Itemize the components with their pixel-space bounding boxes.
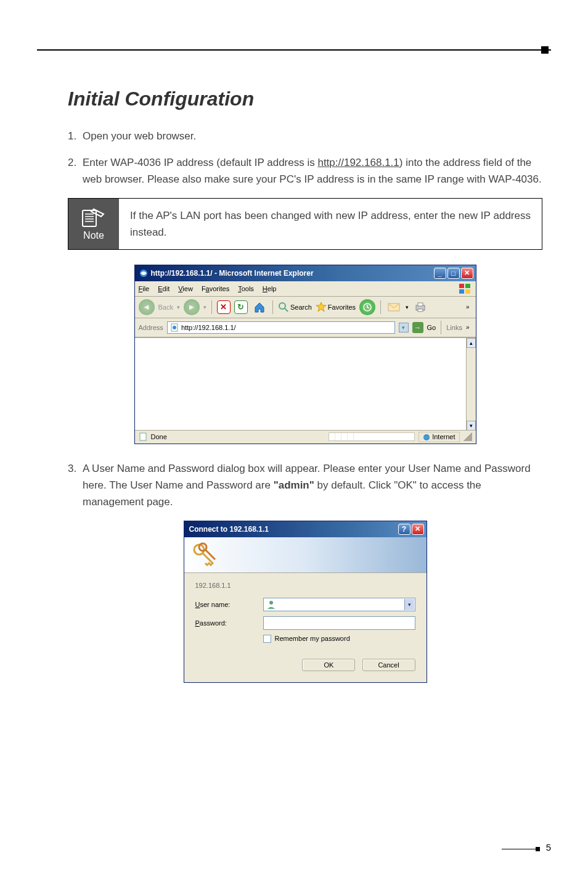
user-icon — [266, 600, 276, 609]
back-label: Back — [158, 303, 173, 311]
remember-checkbox[interactable]: Remember my password — [263, 635, 415, 643]
forward-dropdown[interactable]: ▾ — [203, 304, 206, 310]
dialog-help-button[interactable]: ? — [398, 524, 410, 535]
step-3-num: 3. — [68, 460, 76, 477]
menu-help[interactable]: Help — [263, 285, 277, 292]
minimize-button[interactable]: _ — [434, 268, 446, 279]
back-button[interactable]: ◄ — [139, 299, 155, 315]
internet-zone-icon — [423, 434, 430, 441]
auth-banner — [184, 537, 427, 573]
step-1: 1. Open your web browser. — [68, 128, 542, 144]
step-1-text: Open your web browser. — [83, 130, 196, 142]
favorites-button[interactable]: Favorites — [316, 302, 356, 313]
page-heading: Initial Configuration — [68, 88, 542, 110]
resize-grip[interactable] — [463, 432, 472, 441]
svg-rect-15 — [418, 303, 423, 306]
maximize-button[interactable]: □ — [447, 268, 460, 279]
step-3: 3. A User Name and Password dialog box w… — [68, 460, 542, 511]
go-button[interactable]: → — [412, 322, 423, 333]
username-field[interactable]: ▾ — [263, 598, 415, 611]
links-overflow[interactable]: » — [466, 324, 472, 331]
refresh-button[interactable]: ↻ — [234, 300, 248, 314]
username-dropdown[interactable]: ▾ — [404, 599, 414, 610]
ie-toolbar: ◄ Back ▾ ► ▾ ✕ ↻ Search Favorites — [135, 297, 476, 318]
svg-point-23 — [269, 601, 273, 605]
ie-app-icon — [139, 268, 149, 278]
page-number: 5 — [546, 842, 551, 852]
svg-rect-7 — [465, 284, 470, 288]
auth-titlebar[interactable]: Connect to 192.168.1.1 ? ✕ — [184, 521, 427, 537]
ie-window: http://192.168.1.1/ - Microsoft Internet… — [134, 265, 476, 444]
search-button[interactable]: Search — [278, 302, 312, 313]
toolbar-overflow[interactable]: » — [466, 303, 472, 310]
back-dropdown[interactable]: ▾ — [177, 304, 180, 310]
dialog-close-button[interactable]: ✕ — [412, 524, 424, 535]
close-button[interactable]: ✕ — [461, 268, 473, 279]
address-label: Address — [139, 324, 163, 331]
search-label: Search — [290, 303, 312, 311]
ie-menubar: File Edit View Favorites Tools Help — [135, 281, 476, 297]
ok-button[interactable]: OK — [302, 659, 355, 671]
svg-rect-16 — [418, 309, 423, 312]
status-done: Done — [151, 433, 167, 440]
svg-rect-8 — [459, 289, 464, 294]
note-icon — [81, 207, 106, 228]
stop-button[interactable]: ✕ — [217, 300, 231, 314]
svg-rect-19 — [140, 433, 146, 440]
status-zone-text: Internet — [432, 433, 455, 440]
page-top-rule — [37, 49, 551, 51]
search-icon — [278, 302, 289, 313]
favorites-label: Favorites — [328, 303, 356, 311]
home-icon — [253, 301, 266, 313]
menu-file[interactable]: File — [139, 285, 150, 292]
ie-addressbar: Address http://192.168.1.1/ ▾ → Go Links… — [135, 318, 476, 337]
note-box: Note If the AP's LAN port has been chang… — [68, 198, 542, 250]
address-value: http://192.168.1.1/ — [181, 324, 236, 331]
links-label[interactable]: Links — [446, 324, 462, 331]
forward-button[interactable]: ► — [184, 299, 200, 315]
status-progress — [329, 432, 415, 441]
checkbox-box[interactable] — [263, 635, 271, 643]
step-2: 2. Enter WAP-4036 IP address (default IP… — [68, 154, 542, 188]
scrollbar[interactable]: ▴ ▾ — [466, 338, 476, 430]
keys-icon — [190, 541, 219, 569]
svg-rect-9 — [465, 289, 470, 294]
print-button[interactable] — [412, 299, 428, 315]
address-input[interactable]: http://192.168.1.1/ — [167, 321, 395, 334]
go-label: Go — [427, 324, 436, 331]
menu-favorites[interactable]: Favorites — [202, 285, 229, 292]
ie-statusbar: Done Internet — [135, 430, 476, 444]
page-footer-rule — [502, 849, 539, 849]
windows-flag-icon — [459, 283, 472, 294]
username-label: User name: — [195, 601, 263, 608]
menu-edit[interactable]: Edit — [158, 285, 169, 292]
svg-point-10 — [279, 303, 285, 309]
note-label: Note — [83, 230, 104, 241]
menu-view[interactable]: View — [178, 285, 193, 292]
scroll-up[interactable]: ▴ — [467, 338, 476, 348]
step-2-num: 2. — [68, 154, 76, 171]
auth-title-text: Connect to 192.168.1.1 — [189, 525, 397, 534]
mail-icon — [388, 302, 400, 312]
print-icon — [414, 302, 427, 313]
password-field[interactable] — [263, 616, 415, 630]
address-dropdown[interactable]: ▾ — [399, 323, 409, 332]
step-2-url: http://192.168.1.1 — [317, 157, 399, 168]
menu-tools[interactable]: Tools — [238, 285, 254, 292]
scroll-down[interactable]: ▾ — [467, 421, 476, 431]
mail-dropdown[interactable]: ▾ — [406, 304, 409, 310]
mail-button[interactable] — [386, 299, 402, 315]
svg-rect-6 — [459, 284, 464, 288]
note-icon-cell: Note — [68, 199, 119, 249]
history-button[interactable] — [359, 299, 375, 315]
cancel-button[interactable]: Cancel — [362, 659, 415, 671]
ie-title-text: http://192.168.1.1/ - Microsoft Internet… — [151, 269, 433, 278]
auth-server: 192.168.1.1 — [195, 582, 415, 589]
password-label: Password: — [195, 619, 263, 627]
note-text: If the AP's LAN port has been changed wi… — [119, 199, 542, 249]
step-1-num: 1. — [68, 128, 76, 144]
svg-point-18 — [173, 326, 176, 329]
history-icon — [363, 303, 372, 312]
ie-titlebar[interactable]: http://192.168.1.1/ - Microsoft Internet… — [135, 265, 476, 281]
home-button[interactable] — [251, 299, 267, 315]
